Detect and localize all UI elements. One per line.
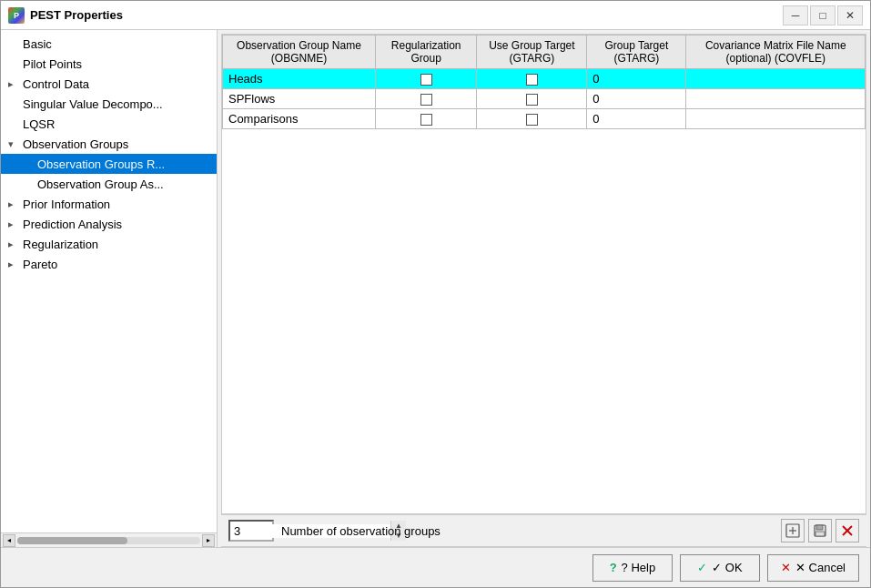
cell-comparisons-usegtarg[interactable] [477, 109, 587, 129]
help-button[interactable]: ? ? Help [592, 554, 673, 582]
cell-heads-name: Heads [223, 69, 376, 89]
pest-properties-window: P PEST Properties ─ □ ✕ Basic Pilot Poin… [0, 0, 871, 588]
checkbox-spflows-reggroup[interactable] [420, 94, 432, 106]
table-row-heads[interactable]: Heads 0 [223, 69, 866, 89]
sidebar-item-prior-information[interactable]: ▸ Prior Information [1, 194, 217, 214]
ok-button[interactable]: ✓ ✓ OK [680, 554, 760, 582]
tree-area: Basic Pilot Points ▸ Control Data Singul… [1, 30, 217, 532]
table-header-row: Observation Group Name (OBGNME) Regulari… [223, 35, 866, 69]
expand-pareto: ▸ [8, 259, 19, 270]
svg-rect-5 [815, 532, 825, 536]
cell-heads-covfle[interactable] [686, 69, 866, 89]
observation-groups-table: Observation Group Name (OBGNME) Regulari… [222, 35, 866, 129]
sidebar-item-pilot-points[interactable]: Pilot Points [1, 54, 217, 74]
num-groups-input-box[interactable]: ▲ ▼ [228, 520, 274, 542]
cell-comparisons-covfle[interactable] [686, 109, 866, 129]
checkbox-heads-reggroup[interactable] [420, 74, 432, 86]
scroll-thumb [17, 537, 127, 544]
header-reggroup: Regularization Group [375, 35, 477, 69]
sidebar-item-lqsr[interactable]: LQSR [1, 114, 217, 134]
checkbox-comparisons-reggroup[interactable] [420, 114, 432, 126]
cell-comparisons-gtarg[interactable]: 0 [587, 109, 686, 129]
checkbox-comparisons-usegtarg[interactable] [526, 114, 538, 126]
header-obgnme: Observation Group Name (OBGNME) [223, 35, 376, 69]
main-panel: Observation Group Name (OBGNME) Regulari… [218, 30, 870, 547]
help-icon: ? [610, 561, 617, 574]
cell-spflows-usegtarg[interactable] [477, 89, 587, 109]
checkbox-spflows-usegtarg[interactable] [526, 94, 538, 106]
header-covfle: Covariance Matrix File Name (optional) (… [686, 35, 866, 69]
bottom-icon-btn-1[interactable] [781, 519, 805, 542]
sidebar-item-obs-groups-r[interactable]: Observation Groups R... [1, 154, 217, 174]
import-icon [785, 523, 800, 538]
header-use-gtarg: Use Group Target (GTARG) [477, 35, 587, 69]
sidebar-scrollbar[interactable]: ◂ ▸ [1, 532, 217, 547]
checkbox-heads-usegtarg[interactable] [526, 74, 538, 86]
header-gtarg: Group Target (GTARG) [587, 35, 686, 69]
sidebar-item-basic[interactable]: Basic [1, 34, 217, 54]
bottom-icon-btn-3[interactable] [836, 519, 859, 542]
expand-prior-information: ▸ [8, 198, 19, 210]
bottom-bar: ▲ ▼ Number of observation groups [221, 514, 866, 547]
save-icon [813, 523, 827, 538]
cancel-button[interactable]: ✕ ✕ Cancel [767, 554, 859, 582]
sidebar-item-prediction-analysis[interactable]: ▸ Prediction Analysis [1, 214, 217, 234]
scroll-right-arrow[interactable]: ▸ [202, 534, 215, 547]
cell-comparisons-name: Comparisons [223, 109, 376, 129]
title-buttons: ─ □ ✕ [783, 5, 863, 25]
table-row-spflows[interactable]: SPFlows 0 [223, 89, 866, 109]
content-area: Basic Pilot Points ▸ Control Data Singul… [1, 30, 870, 547]
title-bar: P PEST Properties ─ □ ✕ [1, 1, 870, 30]
cell-comparisons-reggroup[interactable] [375, 109, 477, 129]
scroll-track [17, 537, 200, 544]
sidebar-item-svd[interactable]: Singular Value Decompo... [1, 94, 217, 114]
cell-spflows-reggroup[interactable] [375, 89, 477, 109]
expand-observation-groups: ▾ [8, 138, 19, 150]
expand-prediction-analysis: ▸ [8, 218, 19, 230]
bottom-icons [781, 519, 859, 542]
help-label: ? Help [622, 561, 656, 574]
maximize-button[interactable]: □ [810, 5, 836, 25]
sidebar-item-regularization[interactable]: ▸ Regularization [1, 234, 217, 254]
sidebar: Basic Pilot Points ▸ Control Data Singul… [1, 30, 218, 547]
cell-heads-reggroup[interactable] [375, 69, 477, 89]
sidebar-item-control-data[interactable]: ▸ Control Data [1, 74, 217, 94]
cancel-label: ✕ Cancel [795, 561, 846, 574]
sidebar-item-observation-groups[interactable]: ▾ Observation Groups [1, 134, 217, 154]
cell-spflows-gtarg[interactable]: 0 [587, 89, 686, 109]
ok-label: ✓ OK [712, 561, 742, 574]
ok-icon: ✓ [697, 561, 707, 574]
app-icon: P [8, 7, 25, 24]
cancel-icon: ✕ [781, 561, 791, 574]
expand-control-data: ▸ [8, 78, 19, 90]
sidebar-item-pareto[interactable]: ▸ Pareto [1, 254, 217, 274]
expand-regularization: ▸ [8, 238, 19, 250]
cell-heads-gtarg[interactable]: 0 [587, 69, 686, 89]
footer: ? ? Help ✓ ✓ OK ✕ ✕ Cancel [1, 547, 870, 587]
cell-spflows-covfle[interactable] [686, 89, 866, 109]
sidebar-item-obs-group-as[interactable]: Observation Group As... [1, 174, 217, 194]
table-area: Observation Group Name (OBGNME) Regulari… [221, 34, 866, 514]
scroll-left-arrow[interactable]: ◂ [3, 534, 15, 547]
remove-icon [840, 523, 855, 538]
num-groups-label: Number of observation groups [281, 524, 441, 538]
cell-heads-usegtarg[interactable] [477, 69, 587, 89]
cell-spflows-name: SPFlows [223, 89, 376, 109]
window-title: PEST Properties [30, 8, 123, 22]
minimize-button[interactable]: ─ [783, 5, 808, 25]
svg-rect-4 [816, 525, 823, 530]
close-button[interactable]: ✕ [837, 5, 863, 25]
table-row-comparisons[interactable]: Comparisons 0 [223, 109, 866, 129]
bottom-icon-btn-2[interactable] [808, 519, 832, 542]
